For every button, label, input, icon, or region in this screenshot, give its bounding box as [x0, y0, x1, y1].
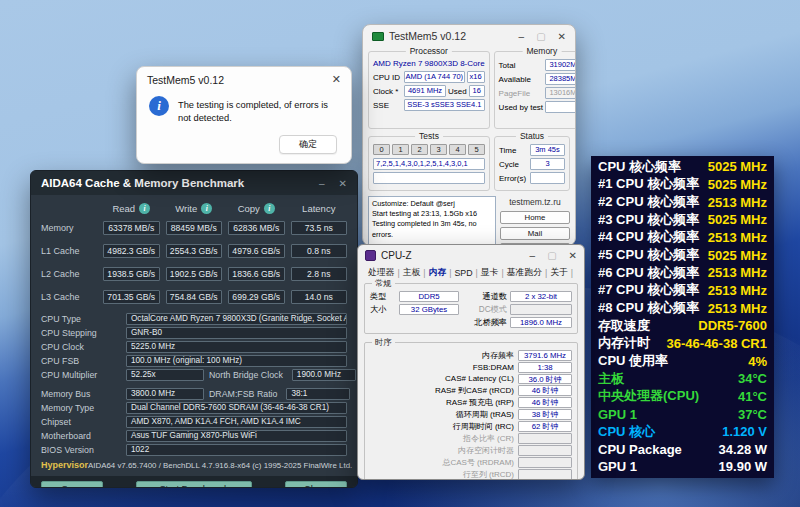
test-number-button[interactable]: 3 [430, 144, 447, 155]
monitor-row-value: 5025 MHz [708, 248, 767, 263]
read-value: 63378 MB/s [103, 221, 160, 235]
minimize-icon[interactable]: – [530, 250, 536, 261]
info-icon[interactable]: i [139, 203, 150, 214]
monitor-row: 中央处理器(CPU) 41°C [598, 388, 767, 406]
close-icon[interactable]: ✕ [558, 31, 566, 42]
nb-frequency-label: 北桥频率 [462, 317, 507, 328]
info-row-value: Asus TUF Gaming X870-Plus WiFi [126, 430, 347, 442]
minimize-icon[interactable]: – [319, 178, 325, 189]
testmem5-window-title: TestMem5 v0.12 [389, 30, 519, 42]
test-number-button[interactable]: 0 [373, 144, 390, 155]
testmem5-result-dialog: TestMem5 v0.12 ✕ i The testing is comple… [136, 66, 352, 164]
clock-value: 4691 MHz [404, 85, 446, 97]
timing-row-label: 行周期时间 (tRC) [453, 421, 514, 432]
cpuz-tab[interactable]: 主板 [400, 267, 424, 279]
benchmark-row-label: L1 Cache [41, 246, 97, 256]
start-benchmark-button[interactable]: Start Benchmark [136, 481, 252, 488]
close-icon[interactable]: ✕ [332, 73, 341, 86]
timings-group-label: 时序 [372, 337, 395, 348]
timing-row-label: 总CAS号 (tRDRAM) [442, 457, 514, 468]
memory-row-label: Available [499, 75, 543, 84]
info-icon[interactable]: i [201, 203, 212, 214]
memory-group-label: Memory [522, 46, 561, 56]
write-value: 88459 MB/s [166, 221, 223, 235]
monitor-row-value: 1.120 V [722, 424, 767, 439]
write-header: Write [175, 203, 197, 214]
hardware-monitor-panel: CPU 核心频率 5025 MHz #1 CPU 核心频率 5025 MHz #… [591, 156, 774, 478]
system-info-row: Chipset AMD X870, AMD K1A.4 FCH, AMD K1A… [41, 416, 347, 428]
info-row-label: Memory Type [41, 403, 121, 413]
close-icon[interactable]: ✕ [569, 250, 577, 261]
test-number-button[interactable]: 5 [468, 144, 485, 155]
test-sequence-field: 7,2,5,1,4,3,0,1,2,5,1,4,3,0,1 [373, 158, 485, 170]
benchmark-row: L2 Cache 1938.5 GB/s 1902.5 GB/s 1836.6 … [41, 267, 347, 281]
testmem-side-button[interactable]: Home [500, 211, 570, 224]
close-button[interactable]: Close [285, 481, 347, 488]
testmem-side-button[interactable]: Mail [500, 227, 570, 240]
test-log: Customize: Default @serj Start testing a… [368, 196, 496, 246]
aida64-window-title: AIDA64 Cache & Memory Benchmark [41, 177, 319, 189]
copy-value: 62836 MB/s [228, 221, 285, 235]
dc-mode-value [510, 304, 572, 315]
cpuz-tab[interactable]: 基准跑分 [504, 267, 545, 279]
monitor-row-label: GPU 1 [598, 459, 637, 474]
monitor-row-label: GPU 1 [598, 407, 637, 422]
info-row-label: CPU Stepping [41, 328, 121, 338]
monitor-row-label: #8 CPU 核心频率 [598, 299, 699, 317]
timing-row-value: 62 时钟 [518, 421, 572, 432]
status-row-label: Time [499, 146, 528, 155]
monitor-row-label: #1 CPU 核心频率 [598, 175, 699, 193]
system-info-row: Memory Type Dual Channel DDR5-7600 SDRAM… [41, 402, 347, 414]
cpuz-tab[interactable]: 内存 [426, 267, 450, 279]
cpuz-window-title: CPU-Z [381, 250, 530, 261]
memory-row-value: 31902Mb [545, 59, 576, 71]
write-value: 2554.3 GB/s [166, 244, 223, 258]
info-icon[interactable]: i [264, 203, 275, 214]
monitor-row-value: 4% [748, 354, 767, 369]
timing-row-label: 循环周期 (tRAS) [456, 409, 514, 420]
ok-button[interactable]: 确定 [279, 135, 337, 154]
north-bridge-label: North Bridge Clock [209, 370, 287, 380]
testmem5-app-icon [372, 32, 384, 41]
minimize-icon[interactable]: – [519, 31, 525, 42]
save-button[interactable]: Save [41, 481, 103, 488]
info-row-label: Chipset [41, 417, 121, 427]
memory-row-label: PageFile [499, 89, 543, 98]
monitor-row-value: 2513 MHz [708, 283, 767, 298]
dialog-title: TestMem5 v0.12 [147, 74, 332, 86]
testmem-site-link[interactable]: testmem.tz.ru [500, 197, 570, 207]
info-row-value: OctalCore AMD Ryzen 7 9800X3D (Granite R… [126, 313, 347, 325]
info-row-value: 1022 [126, 444, 347, 456]
test-number-button[interactable]: 4 [449, 144, 466, 155]
benchmark-row-label: Memory [41, 223, 97, 233]
monitor-row-label: #2 CPU 核心频率 [598, 193, 699, 211]
monitor-row: #3 CPU 核心频率 5025 MHz [598, 211, 767, 229]
monitor-row-label: CPU 核心频率 [598, 158, 681, 176]
system-info-row: CPU Stepping GNR-B0 [41, 327, 347, 339]
monitor-row: CPU Package 34.28 W [598, 441, 767, 459]
monitor-row: GPU 1 37°C [598, 405, 767, 423]
general-group: 常规 类型 DDR5 通道数 2 x 32-bit 大小 32 GBytes D… [364, 283, 578, 334]
read-value: 701.35 GB/s [103, 290, 160, 304]
benchmark-row: Memory 63378 MB/s 88459 MB/s 62836 MB/s … [41, 221, 347, 235]
close-icon[interactable]: ✕ [339, 178, 347, 189]
timing-row-label: RAS# 到CAS# (tRCD) [435, 385, 514, 396]
type-label: 类型 [370, 291, 396, 302]
timing-row-label: 行至列 (tRCD) [463, 469, 514, 480]
test-number-button[interactable]: 1 [392, 144, 409, 155]
cpuz-tab[interactable]: 显卡 [478, 267, 502, 279]
benchmark-row-label: L3 Cache [41, 292, 97, 302]
test-number-button[interactable]: 2 [411, 144, 428, 155]
monitor-row-label: #7 CPU 核心频率 [598, 281, 699, 299]
status-row-value: 3m 45s [530, 144, 565, 156]
cpuz-tab[interactable]: SPD [451, 268, 475, 278]
size-value: 32 GBytes [399, 304, 459, 315]
status-row-label: Cycle [499, 160, 528, 169]
timing-row-value: 1:38 [518, 362, 572, 373]
cpuz-tab[interactable]: 关于 [547, 267, 571, 279]
monitor-row: CPU 核心频率 5025 MHz [598, 158, 767, 176]
cpu-multiplier-value: 52.25x [126, 369, 204, 381]
latency-value: 2.8 ns [291, 267, 348, 281]
monitor-row: #8 CPU 核心频率 2513 MHz [598, 299, 767, 317]
system-info-row: CPU FSB 100.0 MHz (original: 100 MHz) [41, 355, 347, 367]
